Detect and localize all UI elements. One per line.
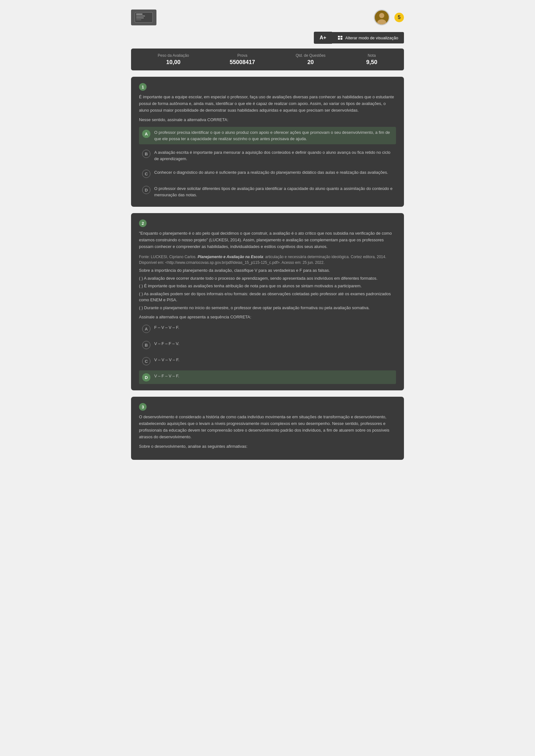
- statement-2-4: ( ) Durante o planejamento no início do …: [139, 305, 396, 311]
- option-1-C[interactable]: C Conhecer o diagnóstico do aluno é sufi…: [139, 167, 396, 180]
- option-letter-1-C: C: [142, 170, 151, 178]
- header: 5: [131, 6, 404, 32]
- question-text-1: É importante que a equipe escolar, em es…: [139, 94, 396, 114]
- option-2-D[interactable]: D V – F – V – F.: [139, 370, 396, 384]
- question-card-2: 2 "Enquanto o planejamento é o ato pelo …: [131, 213, 404, 391]
- sequence-instruction-2: Assinale a alternativa que apresenta a s…: [139, 314, 396, 319]
- option-1-D[interactable]: D O professor deve solicitar diferentes …: [139, 183, 396, 201]
- option-text-2-C: V – V – V – F.: [154, 357, 393, 363]
- svg-point-6: [379, 13, 384, 18]
- stats-bar: Peso da Avaliação 10,00 Prova 55008417 Q…: [131, 48, 404, 70]
- logo-area: [131, 10, 156, 25]
- view-mode-button[interactable]: Alterar modo de visualização: [332, 32, 404, 43]
- question-number-2: 2: [139, 219, 147, 227]
- notification-badge[interactable]: 5: [394, 13, 404, 22]
- logo: [131, 10, 156, 25]
- question-card-3: 3 O desenvolvimento é considerado a hist…: [131, 397, 404, 460]
- option-letter-1-D: D: [142, 186, 151, 194]
- avatar: [374, 10, 390, 25]
- svg-rect-11: [341, 38, 342, 40]
- source-bold-2: Planejamento e Avaliação na Escola: [198, 255, 263, 259]
- option-text-2-D: V – F – V – F.: [154, 373, 393, 379]
- option-letter-2-C: C: [142, 357, 151, 365]
- question-text-3: O desenvolvimento é considerado a histór…: [139, 414, 396, 440]
- svg-rect-8: [338, 36, 340, 38]
- stat-qtd: Qtd. de Questões 20: [296, 53, 325, 66]
- option-letter-1-A: A: [142, 130, 151, 138]
- option-text-1-C: Conhecer o diagnóstico do aluno é sufici…: [154, 169, 393, 176]
- options-list-2: A F – V – V – F. B V – F – F – V. C V – …: [139, 322, 396, 384]
- option-letter-2-A: A: [142, 325, 151, 333]
- option-1-A[interactable]: A O professor precisa identificar o que …: [139, 127, 396, 144]
- statement-2-3: ( ) As avaliações podem ser do tipos inf…: [139, 291, 396, 303]
- option-text-2-B: V – F – F – V.: [154, 340, 393, 347]
- stat-nota: Nota 9,50: [366, 53, 377, 66]
- statement-2-1: ( ) A avaliação deve ocorrer durante tod…: [139, 275, 396, 282]
- option-letter-2-D: D: [142, 373, 151, 382]
- svg-rect-10: [338, 38, 340, 40]
- question-source-2: Fonte: LUCKESI, Cipriano Carlos. Planeja…: [139, 254, 396, 265]
- option-2-A[interactable]: A F – V – V – F.: [139, 322, 396, 336]
- question-instruction-2: Sobre a importância do planejamento da a…: [139, 268, 396, 273]
- statements-list-2: ( ) A avaliação deve ocorrer durante tod…: [139, 275, 396, 311]
- page-container: 5 A+ Alterar modo de visualização Peso d…: [125, 0, 410, 472]
- option-text-1-B: A avaliação escrita é importante para me…: [154, 149, 393, 162]
- header-right: 5: [374, 10, 404, 25]
- option-text-1-D: O professor deve solicitar diferentes ti…: [154, 185, 393, 198]
- question-number-3: 3: [139, 403, 147, 411]
- option-letter-2-B: B: [142, 341, 151, 349]
- svg-rect-1: [136, 14, 142, 14]
- option-1-B[interactable]: B A avaliação escrita é importante para …: [139, 147, 396, 164]
- view-icon: [338, 35, 343, 40]
- svg-rect-4: [136, 19, 141, 20]
- stat-prova: Prova 55008417: [230, 53, 255, 66]
- option-2-C[interactable]: C V – V – V – F.: [139, 354, 396, 368]
- toolbar: A+ Alterar modo de visualização: [131, 32, 404, 44]
- question-instruction-3: Sobre o desenvolvimento, analise as segu…: [139, 444, 396, 449]
- svg-rect-3: [136, 17, 144, 18]
- question-card-1: 1 É importante que a equipe escolar, em …: [131, 77, 404, 207]
- stat-peso: Peso da Avaliação 10,00: [158, 53, 189, 66]
- question-text-2: "Enquanto o planejamento é o ato pelo qu…: [139, 230, 396, 250]
- statement-2-2: ( ) É importante que todas as avaliações…: [139, 283, 396, 289]
- font-size-button[interactable]: A+: [314, 32, 332, 44]
- svg-rect-2: [136, 15, 145, 16]
- options-list-1: A O professor precisa identificar o que …: [139, 127, 396, 201]
- option-text-1-A: O professor precisa identificar o que o …: [154, 129, 393, 142]
- question-number-1: 1: [139, 83, 147, 91]
- svg-rect-9: [341, 36, 342, 38]
- question-instruction-1: Nesse sentido, assinale a alternativa CO…: [139, 117, 396, 122]
- option-text-2-A: F – V – V – F.: [154, 324, 393, 331]
- option-2-B[interactable]: B V – F – F – V.: [139, 338, 396, 352]
- option-letter-1-B: B: [142, 150, 151, 158]
